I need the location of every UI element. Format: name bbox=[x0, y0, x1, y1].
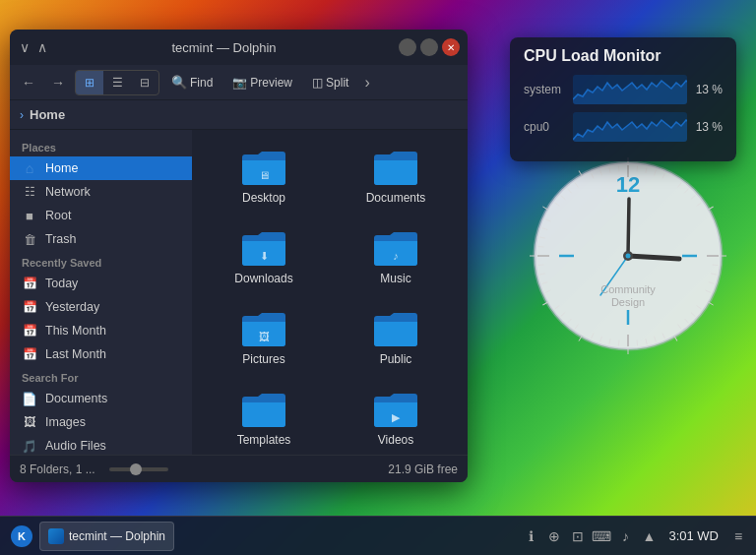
network-icon: ☷ bbox=[22, 184, 37, 200]
back-button[interactable]: ← bbox=[16, 70, 41, 95]
split-label: Split bbox=[326, 76, 348, 90]
cpu-system-row: system 13 % bbox=[524, 75, 723, 104]
kde-menu-button[interactable]: K bbox=[6, 521, 37, 552]
icon-view-button[interactable]: ⊞ bbox=[76, 71, 103, 94]
svg-line-73 bbox=[628, 256, 679, 259]
search-for-title: Search For bbox=[10, 366, 192, 387]
trash-icon: 🗑 bbox=[22, 231, 37, 247]
cpu-cpu0-chart bbox=[573, 112, 687, 142]
svg-point-77 bbox=[626, 254, 631, 259]
file-item-templates[interactable]: Templates bbox=[202, 382, 326, 455]
sidebar-item-images[interactable]: 🖼 Images bbox=[10, 410, 192, 434]
find-button[interactable]: 🔍 Find bbox=[163, 71, 220, 94]
file-label: Templates bbox=[237, 433, 291, 447]
list-view-button[interactable]: ☰ bbox=[103, 71, 131, 94]
file-label: Music bbox=[380, 272, 410, 285]
places-section-title: Places bbox=[10, 136, 192, 156]
cpu-monitor-widget: CPU Load Monitor system 13 % cpu0 13 % bbox=[510, 37, 736, 161]
sidebar-item-yesterday[interactable]: 📅 Yesterday bbox=[10, 295, 192, 319]
home-icon: ⌂ bbox=[22, 160, 37, 176]
file-item-public[interactable]: Public bbox=[334, 301, 458, 374]
file-item-desktop[interactable]: 🖥 Desktop bbox=[202, 140, 326, 213]
speaker-tray-icon[interactable]: ♪ bbox=[615, 526, 635, 546]
file-item-downloads[interactable]: ⬇ Downloads bbox=[202, 220, 326, 293]
status-info: 8 Folders, 1 ... bbox=[20, 462, 95, 476]
cpu-system-percent: 13 % bbox=[695, 83, 723, 96]
minimize-button[interactable] bbox=[399, 38, 416, 56]
zoom-control[interactable] bbox=[109, 467, 168, 471]
file-item-videos[interactable]: ▶ Videos bbox=[334, 382, 458, 455]
sidebar-yesterday-label: Yesterday bbox=[45, 300, 99, 314]
file-label: Desktop bbox=[242, 191, 285, 205]
folder-icon-desktop: 🖥 bbox=[240, 148, 287, 187]
sidebar-item-documents[interactable]: 📄 Documents bbox=[10, 387, 192, 410]
svg-text:🖼: 🖼 bbox=[259, 331, 270, 342]
folder-icon-templates bbox=[240, 390, 287, 429]
sidebar-item-home[interactable]: ⌂ Home bbox=[10, 156, 192, 180]
sidebar-item-today[interactable]: 📅 Today bbox=[10, 272, 192, 295]
split-button[interactable]: ◫ Split bbox=[304, 71, 356, 94]
titlebar-caret-down[interactable]: ∨ bbox=[18, 39, 32, 55]
sidebar-item-audio[interactable]: 🎵 Audio Files bbox=[10, 434, 192, 455]
sidebar-audio-label: Audio Files bbox=[45, 439, 106, 453]
sidebar-last-month-label: Last Month bbox=[45, 347, 106, 361]
dolphin-main: Places ⌂ Home ☷ Network ■ Root 🗑 Trash R… bbox=[10, 130, 468, 455]
dolphin-window: ∨ ∧ tecmint — Dolphin ✕ ← → ⊞ ☰ ⊟ 🔍 Find… bbox=[10, 30, 468, 482]
zoom-slider[interactable] bbox=[109, 467, 168, 471]
sidebar-today-label: Today bbox=[45, 277, 78, 290]
svg-line-74 bbox=[628, 199, 629, 256]
file-label: Videos bbox=[378, 433, 413, 447]
sidebar-item-network[interactable]: ☷ Network bbox=[10, 180, 192, 204]
cpu-system-graph bbox=[573, 75, 687, 104]
taskbar-dolphin-button[interactable]: tecmint — Dolphin bbox=[39, 522, 174, 551]
svg-text:12: 12 bbox=[616, 172, 640, 197]
svg-text:▶: ▶ bbox=[392, 411, 401, 423]
keyboard-tray-icon[interactable]: ⌨ bbox=[592, 526, 611, 546]
cpu-cpu0-graph bbox=[573, 112, 687, 142]
search-icon: 🔍 bbox=[171, 75, 187, 90]
info-tray-icon[interactable]: ℹ bbox=[521, 526, 540, 546]
titlebar-buttons: ✕ bbox=[399, 38, 460, 56]
arrow-tray-icon[interactable]: ▲ bbox=[639, 526, 659, 546]
location-home[interactable]: Home bbox=[30, 107, 65, 122]
sidebar-item-this-month[interactable]: 📅 This Month bbox=[10, 319, 192, 342]
more-actions-button[interactable]: › bbox=[360, 74, 373, 92]
svg-text:♪: ♪ bbox=[393, 250, 399, 262]
detail-view-button[interactable]: ⊟ bbox=[131, 71, 158, 94]
titlebar-caret-up[interactable]: ∧ bbox=[35, 39, 49, 55]
svg-text:Design: Design bbox=[611, 296, 645, 308]
zoom-thumb[interactable] bbox=[130, 463, 142, 475]
sidebar-home-label: Home bbox=[45, 161, 78, 175]
sidebar-documents-label: Documents bbox=[45, 392, 107, 405]
file-label: Downloads bbox=[234, 272, 292, 285]
file-item-music[interactable]: ♪ Music bbox=[334, 220, 458, 293]
root-icon: ■ bbox=[22, 208, 37, 223]
sidebar-item-trash[interactable]: 🗑 Trash bbox=[10, 227, 192, 251]
preview-label: Preview bbox=[250, 76, 292, 90]
maximize-button[interactable] bbox=[420, 38, 438, 56]
file-item-documents[interactable]: Documents bbox=[334, 140, 458, 213]
folder-icon-public bbox=[372, 309, 419, 348]
folder-icon-downloads: ⬇ bbox=[240, 228, 287, 268]
close-button[interactable]: ✕ bbox=[442, 38, 460, 56]
cpu-cpu0-label: cpu0 bbox=[524, 120, 565, 134]
sidebar-item-last-month[interactable]: 📅 Last Month bbox=[10, 342, 192, 366]
calendar-icon-4: 📅 bbox=[22, 346, 37, 362]
cpu-cpu0-row: cpu0 13 % bbox=[524, 112, 723, 142]
file-item-pictures[interactable]: 🖼 Pictures bbox=[202, 301, 326, 374]
preview-icon: 📷 bbox=[232, 76, 247, 90]
preview-button[interactable]: 📷 Preview bbox=[224, 71, 300, 94]
calendar-icon-3: 📅 bbox=[22, 323, 37, 339]
svg-text:⬇: ⬇ bbox=[260, 250, 269, 262]
file-label: Public bbox=[380, 352, 412, 366]
sidebar-this-month-label: This Month bbox=[45, 324, 106, 338]
sidebar-item-root[interactable]: ■ Root bbox=[10, 204, 192, 227]
network-tray-icon[interactable]: ⊕ bbox=[544, 526, 564, 546]
clock-widget: 12 bbox=[530, 157, 746, 374]
monitor-tray-icon[interactable]: ⊡ bbox=[568, 526, 588, 546]
hamburger-menu-icon[interactable]: ≡ bbox=[728, 526, 748, 546]
file-label: Pictures bbox=[242, 352, 284, 366]
svg-text:Community: Community bbox=[600, 283, 656, 295]
forward-button[interactable]: → bbox=[45, 70, 71, 95]
dolphin-app-icon bbox=[48, 528, 64, 544]
